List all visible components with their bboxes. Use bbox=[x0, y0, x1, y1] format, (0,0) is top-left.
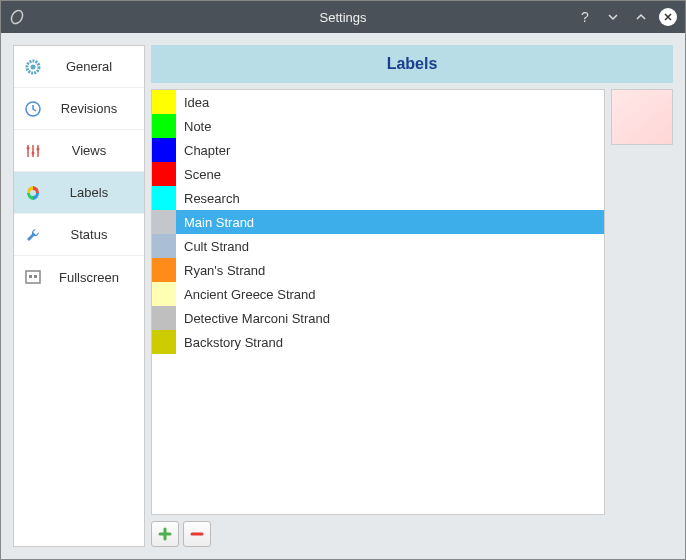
settings-window: Settings ? General Revisions Views bbox=[0, 0, 686, 560]
fullscreen-icon bbox=[24, 268, 42, 286]
label-name: Idea bbox=[176, 95, 209, 110]
svg-rect-8 bbox=[26, 271, 40, 283]
list-item[interactable]: Detective Marconi Strand bbox=[152, 306, 604, 330]
sidebar: General Revisions Views Labels Status Fu… bbox=[13, 45, 145, 547]
wrench-icon bbox=[24, 226, 42, 244]
color-swatch bbox=[152, 306, 176, 330]
label-name: Main Strand bbox=[176, 215, 254, 230]
sidebar-item-label: Status bbox=[52, 227, 144, 242]
sidebar-item-fullscreen[interactable]: Fullscreen bbox=[14, 256, 144, 298]
list-item[interactable]: Ancient Greece Strand bbox=[152, 282, 604, 306]
list-item[interactable]: Main Strand bbox=[152, 210, 604, 234]
list-item[interactable]: Backstory Strand bbox=[152, 330, 604, 354]
color-swatch bbox=[152, 282, 176, 306]
sidebar-item-label: Revisions bbox=[52, 101, 144, 116]
list-item[interactable]: Chapter bbox=[152, 138, 604, 162]
content-area: General Revisions Views Labels Status Fu… bbox=[1, 33, 685, 559]
sidebar-item-label: Views bbox=[52, 143, 144, 158]
app-icon bbox=[9, 9, 25, 25]
clock-icon bbox=[24, 100, 42, 118]
label-name: Detective Marconi Strand bbox=[176, 311, 330, 326]
sidebar-item-label: Fullscreen bbox=[52, 270, 144, 285]
color-swatch bbox=[152, 162, 176, 186]
close-icon[interactable] bbox=[659, 8, 677, 26]
sidebar-item-general[interactable]: General bbox=[14, 46, 144, 88]
list-item[interactable]: Note bbox=[152, 114, 604, 138]
color-swatch bbox=[152, 234, 176, 258]
label-name: Ancient Greece Strand bbox=[176, 287, 316, 302]
color-swatch bbox=[152, 186, 176, 210]
labels-list[interactable]: IdeaNoteChapterSceneResearchMain StrandC… bbox=[151, 89, 605, 515]
list-item[interactable]: Cult Strand bbox=[152, 234, 604, 258]
label-name: Cult Strand bbox=[176, 239, 249, 254]
gear-icon bbox=[24, 58, 42, 76]
sidebar-item-status[interactable]: Status bbox=[14, 214, 144, 256]
svg-rect-9 bbox=[29, 275, 32, 278]
svg-point-2 bbox=[31, 64, 36, 69]
list-item[interactable]: Research bbox=[152, 186, 604, 210]
page-title: Labels bbox=[151, 45, 673, 83]
color-preview-swatch[interactable] bbox=[611, 89, 673, 145]
sidebar-item-label: Labels bbox=[52, 185, 144, 200]
main-panel: Labels IdeaNoteChapterSceneResearchMain … bbox=[151, 45, 673, 547]
color-swatch bbox=[152, 138, 176, 162]
list-buttons bbox=[151, 521, 673, 547]
sidebar-item-revisions[interactable]: Revisions bbox=[14, 88, 144, 130]
svg-rect-10 bbox=[34, 275, 37, 278]
list-item[interactable]: Scene bbox=[152, 162, 604, 186]
minimize-icon[interactable] bbox=[603, 7, 623, 27]
color-swatch bbox=[152, 114, 176, 138]
label-name: Note bbox=[176, 119, 211, 134]
svg-point-4 bbox=[27, 146, 30, 149]
list-item[interactable]: Ryan's Strand bbox=[152, 258, 604, 282]
svg-point-6 bbox=[37, 147, 40, 150]
color-swatch bbox=[152, 330, 176, 354]
svg-point-7 bbox=[30, 190, 36, 196]
list-item[interactable]: Idea bbox=[152, 90, 604, 114]
color-swatch bbox=[152, 210, 176, 234]
color-swatch bbox=[152, 90, 176, 114]
label-name: Scene bbox=[176, 167, 221, 182]
label-name: Backstory Strand bbox=[176, 335, 283, 350]
color-wheel-icon bbox=[24, 184, 42, 202]
window-controls: ? bbox=[575, 7, 685, 27]
sidebar-item-label: General bbox=[52, 59, 144, 74]
titlebar: Settings ? bbox=[1, 1, 685, 33]
color-swatch bbox=[152, 258, 176, 282]
window-title: Settings bbox=[320, 10, 367, 25]
sidebar-item-views[interactable]: Views bbox=[14, 130, 144, 172]
sidebar-item-labels[interactable]: Labels bbox=[14, 172, 144, 214]
label-name: Research bbox=[176, 191, 240, 206]
remove-button[interactable] bbox=[183, 521, 211, 547]
sliders-icon bbox=[24, 142, 42, 160]
svg-point-0 bbox=[9, 9, 25, 25]
add-button[interactable] bbox=[151, 521, 179, 547]
help-icon[interactable]: ? bbox=[575, 7, 595, 27]
label-name: Chapter bbox=[176, 143, 230, 158]
maximize-icon[interactable] bbox=[631, 7, 651, 27]
label-name: Ryan's Strand bbox=[176, 263, 265, 278]
svg-point-5 bbox=[32, 151, 35, 154]
